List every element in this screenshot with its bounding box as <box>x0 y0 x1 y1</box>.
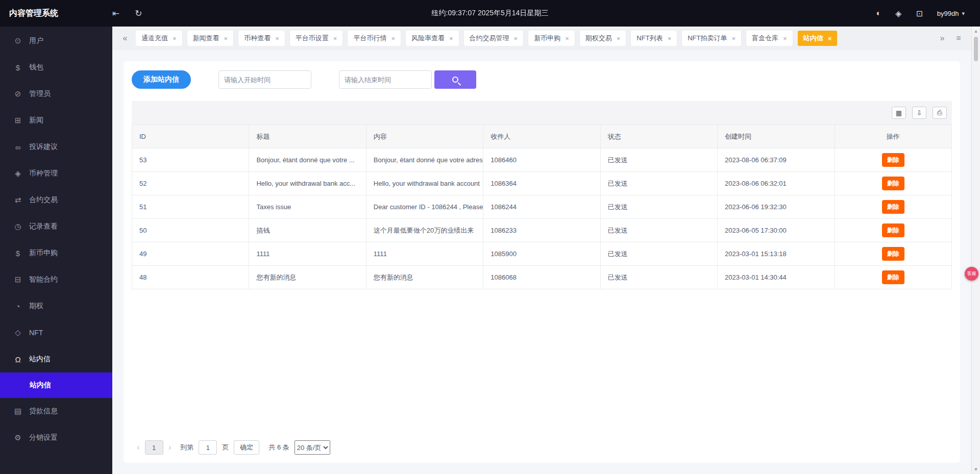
print-icon[interactable]: ⎙ <box>933 107 947 119</box>
tab-close-icon[interactable]: × <box>514 35 518 42</box>
sidebar-item-合约交易[interactable]: ⇄ 合约交易 <box>0 187 112 213</box>
sidebar-item-管理员[interactable]: ⊘ 管理员 <box>0 81 112 107</box>
theme-icon[interactable]: ◐ <box>876 9 881 18</box>
sidebar-subitem-站内信[interactable]: 站内信 <box>0 372 112 398</box>
vertical-scrollbar[interactable]: ▲ ▼ <box>971 27 980 474</box>
table-row: 53Bonjour, étant donné que votre ...Bonj… <box>132 148 952 172</box>
tab-label: 风险率查看 <box>411 34 445 43</box>
tab-close-icon[interactable]: × <box>275 35 279 42</box>
add-message-button[interactable]: 添加站内信 <box>132 70 191 89</box>
current-page-button[interactable]: 1 <box>145 440 163 455</box>
tag-icon[interactable]: ◈ <box>895 9 901 18</box>
refresh-icon[interactable]: ↻ <box>135 8 142 19</box>
sidebar-item-label: 币种管理 <box>29 169 58 178</box>
sidebar: ⊙ 用户 $ 钱包 ⊘ 管理员 ⊞ 新闻 ∞ 投诉建议 ◈ 币种管理 ⇄ 合约交… <box>0 27 112 474</box>
sidebar-item-label: 合约交易 <box>29 195 58 205</box>
column-header-标题: 标题 <box>249 125 366 148</box>
goto-page-input[interactable] <box>199 440 217 455</box>
export-icon[interactable]: ⇩ <box>912 107 926 119</box>
column-header-ID: ID <box>132 125 249 148</box>
content-area: 添加站内信 ▦ ⇩ ⎙ ID标题内容收件人状态创建时间操作 53Bonjour,… <box>112 50 971 474</box>
sidebar-item-投诉建议[interactable]: ∞ 投诉建议 <box>0 134 112 160</box>
app-title: 内容管理系统 <box>0 8 112 19</box>
tabs-prev-icon[interactable]: « <box>119 34 131 43</box>
sidebar-item-label: 贷款信息 <box>29 407 58 416</box>
tab-新币申购[interactable]: 新币申购 × <box>528 31 575 46</box>
prev-page-icon[interactable]: ‹ <box>137 442 140 453</box>
delete-button[interactable]: 删除 <box>882 247 904 261</box>
scroll-up-icon[interactable]: ▲ <box>972 29 980 34</box>
confirm-button[interactable]: 确定 <box>234 440 259 455</box>
tab-close-icon[interactable]: × <box>668 35 672 42</box>
sidebar-item-期权[interactable]: ◔ 期权 <box>0 293 112 319</box>
columns-icon[interactable]: ▦ <box>892 107 906 119</box>
tab-盲盒仓库[interactable]: 盲盒仓库 × <box>746 31 793 46</box>
delete-button[interactable]: 删除 <box>882 270 904 284</box>
tab-label: 新闻查看 <box>193 34 219 43</box>
tab-币种查看[interactable]: 币种查看 × <box>238 31 285 46</box>
tab-close-icon[interactable]: × <box>333 35 337 42</box>
search-button[interactable] <box>434 70 476 89</box>
sidebar-item-新币申购[interactable]: $ 新币申购 <box>0 240 112 266</box>
tab-label: 期权交易 <box>585 34 612 43</box>
tab-通道充值[interactable]: 通道充值 × <box>136 31 182 46</box>
sidebar-item-分销设置[interactable]: ⚙ 分销设置 <box>0 425 112 451</box>
page-size-select[interactable]: 20 条/页 <box>295 440 330 455</box>
sidebar-item-贷款信息[interactable]: ▤ 贷款信息 <box>0 398 112 425</box>
tab-close-icon[interactable]: × <box>783 35 787 42</box>
tab-期权交易[interactable]: 期权交易 × <box>580 31 626 46</box>
tab-close-icon[interactable]: × <box>732 35 736 42</box>
delete-button[interactable]: 删除 <box>882 153 904 167</box>
tab-close-icon[interactable]: × <box>617 35 621 42</box>
tab-风险率查看[interactable]: 风险率查看 × <box>406 31 459 46</box>
sidebar-item-NFT[interactable]: ◇ NFT <box>0 319 112 346</box>
tabs-next-icon[interactable]: » <box>937 34 948 43</box>
sidebar-item-记录查看[interactable]: ◷ 记录查看 <box>0 213 112 240</box>
delete-button[interactable]: 删除 <box>882 223 904 237</box>
cell-status: 已发送 <box>600 242 717 266</box>
cell-recipient: 1086364 <box>483 172 600 195</box>
sidebar-item-新闻[interactable]: ⊞ 新闻 <box>0 107 112 134</box>
tabs-menu-icon[interactable]: ≡ <box>953 34 964 43</box>
collapse-sidebar-icon[interactable]: ⇤ <box>112 8 119 19</box>
cell-created: 2023-08-06 06:32:01 <box>718 172 835 195</box>
sidebar-item-币种管理[interactable]: ◈ 币种管理 <box>0 160 112 187</box>
cell-action: 删除 <box>835 219 951 242</box>
tab-平台币设置[interactable]: 平台币设置 × <box>290 31 343 46</box>
tab-close-icon[interactable]: × <box>224 35 228 42</box>
user-menu[interactable]: by99dh ▾ <box>937 10 965 17</box>
sidebar-item-钱包[interactable]: $ 钱包 <box>0 54 112 81</box>
scrollbar-thumb[interactable] <box>974 37 978 61</box>
sidebar-item-icon: ⊟ <box>13 275 22 284</box>
tab-NFT列表[interactable]: NFT列表 × <box>631 31 677 46</box>
cell-created: 2023-03-01 15:13:18 <box>718 242 835 266</box>
tab-close-icon[interactable]: × <box>565 35 569 42</box>
tab-NFT拍卖订单[interactable]: NFT拍卖订单 × <box>682 31 741 46</box>
next-page-icon[interactable]: › <box>168 442 172 453</box>
sidebar-item-icon: ▤ <box>13 407 22 416</box>
tab-合约交易管理[interactable]: 合约交易管理 × <box>464 31 524 46</box>
sidebar-item-icon: ◈ <box>13 169 22 178</box>
tab-站内信[interactable]: 站内信 × <box>798 31 838 46</box>
cell-content: Dear customer ID - 1086244 , Please <box>366 195 483 219</box>
floating-support-badge[interactable]: 客服 <box>965 267 978 281</box>
scroll-down-icon[interactable]: ▼ <box>972 467 980 472</box>
tab-close-icon[interactable]: × <box>173 35 177 42</box>
filter-bar: 添加站内信 <box>132 70 952 89</box>
end-time-input[interactable] <box>339 70 432 89</box>
sidebar-item-用户[interactable]: ⊙ 用户 <box>0 28 112 54</box>
tab-平台币行情[interactable]: 平台币行情 × <box>348 31 401 46</box>
delete-button[interactable]: 删除 <box>882 177 904 190</box>
tab-新闻查看[interactable]: 新闻查看 × <box>187 31 234 46</box>
tab-close-icon[interactable]: × <box>391 35 395 42</box>
delete-button[interactable]: 删除 <box>882 200 904 214</box>
cell-status: 已发送 <box>600 148 717 172</box>
start-time-input[interactable] <box>218 70 311 89</box>
sidebar-item-站内信[interactable]: Ω 站内信 <box>0 346 112 372</box>
tabbar: « 通道充值 × 新闻查看 × 币种查看 × 平台币设置 × 平台币行情 × 风… <box>112 27 971 50</box>
tab-close-icon[interactable]: × <box>828 35 832 42</box>
caret-down-icon: ▾ <box>962 10 965 17</box>
fullscreen-icon[interactable]: ⊡ <box>916 9 922 18</box>
sidebar-item-智能合约[interactable]: ⊟ 智能合约 <box>0 266 112 293</box>
tab-close-icon[interactable]: × <box>449 35 453 42</box>
